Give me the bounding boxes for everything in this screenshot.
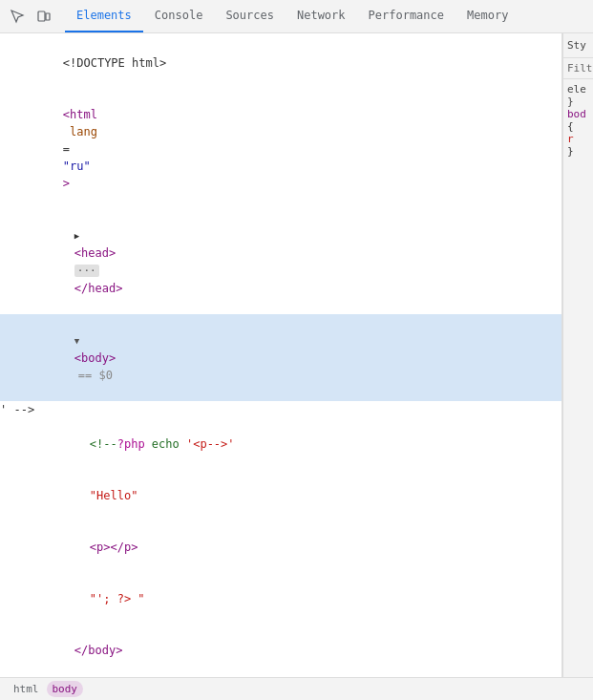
tab-sources[interactable]: Sources <box>214 0 286 32</box>
expand-head-arrow[interactable] <box>74 226 79 244</box>
styles-body: ele } bod { r } <box>563 79 593 161</box>
table-row[interactable]: <!--?php echo '<p-->' <box>0 418 561 470</box>
table-row[interactable]: </body> <box>0 625 561 676</box>
device-icon[interactable] <box>31 3 57 30</box>
elements-panel: <!DOCTYPE html> <html lang = "ru" > <hea… <box>0 33 562 677</box>
tab-elements[interactable]: Elements <box>65 0 143 32</box>
styles-header: Sty <box>563 33 593 58</box>
tab-network[interactable]: Network <box>286 0 357 32</box>
table-row[interactable]: <html lang = "ru" > <box>0 89 561 209</box>
breadcrumb: html body <box>0 677 593 700</box>
tab-list: Elements Console Sources Network Perform… <box>65 0 589 32</box>
breadcrumb-html[interactable]: html <box>8 681 45 697</box>
tab-performance[interactable]: Performance <box>357 0 455 32</box>
tab-console[interactable]: Console <box>143 0 215 32</box>
styles-panel: Sty Filte ele } bod { r } <box>562 33 593 677</box>
inspect-icon[interactable] <box>4 3 31 30</box>
table-row[interactable]: <!DOCTYPE html> <box>0 37 561 89</box>
svg-rect-1 <box>46 13 50 20</box>
table-row[interactable]: ▼ <body> == $0 <box>0 314 561 401</box>
table-row[interactable]: "'; ?> " <box>0 573 561 625</box>
devtools-toolbar: Elements Console Sources Network Perform… <box>0 0 593 33</box>
code-area[interactable]: <!DOCTYPE html> <html lang = "ru" > <hea… <box>0 33 561 677</box>
toolbar-icons <box>4 3 57 30</box>
svg-rect-0 <box>38 11 45 21</box>
main-content: <!DOCTYPE html> <html lang = "ru" > <hea… <box>0 33 593 677</box>
table-row[interactable]: <head> ··· </head> <box>0 209 561 314</box>
styles-filter[interactable]: Filte <box>563 58 593 79</box>
table-row[interactable]: <p></p> <box>0 521 561 573</box>
breadcrumb-body[interactable]: body <box>47 681 84 697</box>
table-row[interactable]: "Hello" <box>0 470 561 521</box>
tab-memory[interactable]: Memory <box>455 0 519 32</box>
head-collapsed-indicator[interactable]: ··· <box>74 265 99 277</box>
